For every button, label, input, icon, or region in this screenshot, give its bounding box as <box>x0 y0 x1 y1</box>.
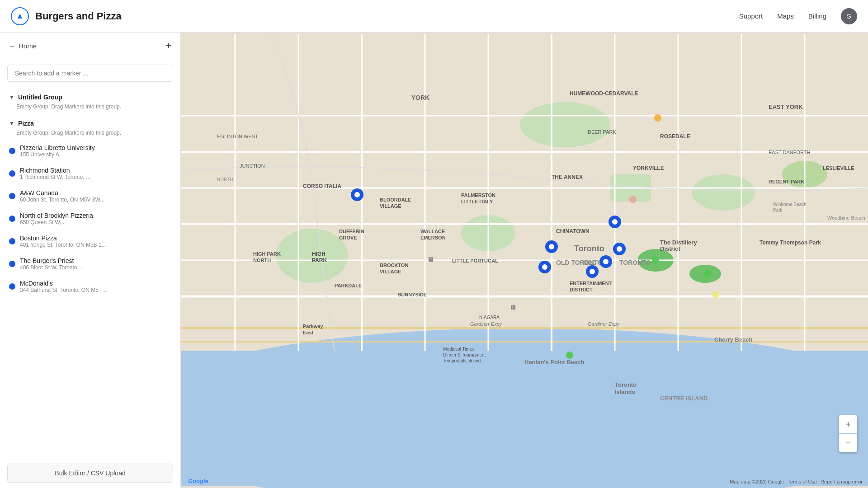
marker-address: 406 Bloor St W, Toronto, ... <box>20 264 171 271</box>
svg-text:TorontoIslands: TorontoIslands <box>615 381 637 395</box>
list-item[interactable]: Pizzeria Libretto University 155 Univers… <box>0 140 180 162</box>
svg-text:CORSO ITALIA: CORSO ITALIA <box>303 183 341 189</box>
svg-point-76 <box>566 352 573 359</box>
group-untitled-empty: Empty Group. Drag Markers into this grou… <box>0 103 180 113</box>
app-title: Burgers and Pizza <box>35 10 122 22</box>
svg-point-83 <box>612 219 618 225</box>
marker-dot-icon <box>9 261 15 267</box>
terms-of-use-link[interactable]: Terms of Use <box>788 479 817 484</box>
svg-text:Gardiner Expy: Gardiner Expy <box>470 321 503 327</box>
svg-point-6 <box>692 174 755 211</box>
svg-text:NIAGARA: NIAGARA <box>479 315 500 320</box>
nav-support[interactable]: Support <box>739 12 763 20</box>
header-nav: Support Maps Billing S <box>739 8 857 24</box>
marker-name: Pizzeria Libretto University <box>20 144 171 151</box>
svg-text:HIGHPARK: HIGHPARK <box>312 251 327 263</box>
list-item[interactable]: A&W Canada 60 John St, Toronto, ON M5V 3… <box>0 185 180 207</box>
markers-list: ▼ Untitled Group Empty Group. Drag Marke… <box>0 87 180 458</box>
svg-text:Tommy Thompson Park: Tommy Thompson Park <box>760 239 821 246</box>
header-left: ▲ Burgers and Pizza <box>11 7 122 25</box>
svg-point-91 <box>590 269 595 274</box>
marker-dot-icon <box>9 193 15 199</box>
map-svg: YORK EGLINTON WEST HUMEWOOD-CEDARVALE EA… <box>181 33 868 488</box>
svg-text:Hanlan's Point Beach: Hanlan's Point Beach <box>524 359 584 366</box>
nav-billing[interactable]: Billing <box>808 12 826 20</box>
svg-text:LESLIEVILLE: LESLIEVILLE <box>823 165 854 171</box>
report-map-error-link[interactable]: Report a map error <box>821 479 863 484</box>
svg-point-72 <box>654 114 661 122</box>
marker-address: 401 Yonge St, Toronto, ON M5B 1... <box>20 242 171 248</box>
add-button[interactable]: + <box>165 40 171 52</box>
svg-text:HUMEWOOD-CEDARVALE: HUMEWOOD-CEDARVALE <box>570 90 638 97</box>
svg-text:Cherry Beach: Cherry Beach <box>714 336 753 343</box>
search-input[interactable] <box>7 65 173 82</box>
svg-point-81 <box>354 192 360 197</box>
svg-text:ROSEDALE: ROSEDALE <box>660 133 690 140</box>
marker-dot-icon <box>9 283 15 290</box>
list-item[interactable]: McDonald's 344 Bathurst St, Toronto, ON … <box>0 275 180 298</box>
svg-text:YORKVILLE: YORKVILLE <box>633 165 664 171</box>
svg-text:THE ANNEX: THE ANNEX <box>552 174 583 180</box>
svg-point-74 <box>652 257 659 264</box>
svg-text:NORTH: NORTH <box>217 177 233 182</box>
svg-point-4 <box>520 102 610 147</box>
group-pizza[interactable]: ▼ Pizza <box>0 113 180 129</box>
svg-text:CHINATOWN: CHINATOWN <box>556 228 590 235</box>
svg-text:LITTLE PORTUGAL: LITTLE PORTUGAL <box>452 258 498 263</box>
svg-point-85 <box>549 244 554 249</box>
sidebar: ← Home + ▼ Untitled Group Empty Group. D… <box>0 33 181 488</box>
list-item[interactable]: Richmond Station 1 Richmond St W, Toront… <box>0 162 180 185</box>
svg-text:DEER PARK: DEER PARK <box>588 129 616 135</box>
marker-dot-icon <box>9 148 15 154</box>
svg-text:Woodbine Beach: Woodbine Beach <box>827 215 865 221</box>
marker-name: Boston Pizza <box>20 235 171 242</box>
svg-text:PARKDALE: PARKDALE <box>335 283 362 288</box>
svg-text:🅿: 🅿 <box>511 305 515 310</box>
nav-maps[interactable]: Maps <box>777 12 794 20</box>
svg-point-75 <box>704 270 711 277</box>
home-link[interactable]: ← Home <box>9 42 37 50</box>
group-untitled[interactable]: ▼ Untitled Group <box>0 87 180 103</box>
sidebar-top: ← Home + <box>0 33 180 59</box>
group-pizza-name: Pizza <box>18 120 34 127</box>
logo-icon[interactable]: ▲ <box>11 7 29 25</box>
svg-text:EGLINTON WEST: EGLINTON WEST <box>217 134 258 139</box>
home-label: Home <box>19 42 37 50</box>
main: ← Home + ▼ Untitled Group Empty Group. D… <box>0 33 868 488</box>
marker-dot-icon <box>9 216 15 222</box>
marker-address: 1 Richmond St W, Toronto, ... <box>20 174 171 180</box>
map-area[interactable]: YORK EGLINTON WEST HUMEWOOD-CEDARVALE EA… <box>181 33 868 488</box>
list-item[interactable]: The Burger's Priest 406 Bloor St W, Toro… <box>0 253 180 275</box>
marker-dot-icon <box>9 170 15 177</box>
svg-point-77 <box>712 291 719 298</box>
svg-text:OLD: OLD <box>583 259 597 266</box>
marker-name: The Burger's Priest <box>20 257 171 264</box>
header: ▲ Burgers and Pizza Support Maps Billing… <box>0 0 868 33</box>
logo-symbol: ▲ <box>16 11 24 21</box>
back-arrow-icon: ← <box>9 42 16 50</box>
marker-address: 344 Bathurst St, Toronto, ON M5T ... <box>20 287 171 293</box>
zoom-out-button[interactable]: − <box>839 434 857 452</box>
bulk-editor-button[interactable]: Bulk Editor / CSV Upload <box>7 464 173 483</box>
marker-name: McDonald's <box>20 280 171 287</box>
svg-point-87 <box>617 246 622 252</box>
svg-text:EAST DANFORTH: EAST DANFORTH <box>769 150 811 155</box>
svg-text:Toronto: Toronto <box>574 244 604 253</box>
svg-point-2 <box>181 328 868 488</box>
svg-text:JUNCTION: JUNCTION <box>240 163 265 169</box>
marker-name: North of Brooklyn Pizzeria <box>20 212 171 219</box>
marker-address: 155 University A... <box>20 151 171 158</box>
svg-text:TORONTO: TORONTO <box>619 259 651 266</box>
svg-text:SUNNYSIDE: SUNNYSIDE <box>398 292 427 297</box>
zoom-in-button[interactable]: + <box>839 415 857 433</box>
group-untitled-name: Untitled Group <box>18 94 62 101</box>
svg-point-93 <box>603 259 609 264</box>
marker-name: A&W Canada <box>20 189 171 197</box>
list-item[interactable]: Boston Pizza 401 Yonge St, Toronto, ON M… <box>0 230 180 253</box>
svg-point-89 <box>542 264 547 270</box>
list-item[interactable]: North of Brooklyn Pizzeria 650 Queen St … <box>0 207 180 230</box>
marker-dot-icon <box>9 238 15 244</box>
user-avatar[interactable]: S <box>841 8 857 24</box>
group-pizza-triangle-icon: ▼ <box>9 120 14 127</box>
google-logo: Google <box>188 478 208 484</box>
